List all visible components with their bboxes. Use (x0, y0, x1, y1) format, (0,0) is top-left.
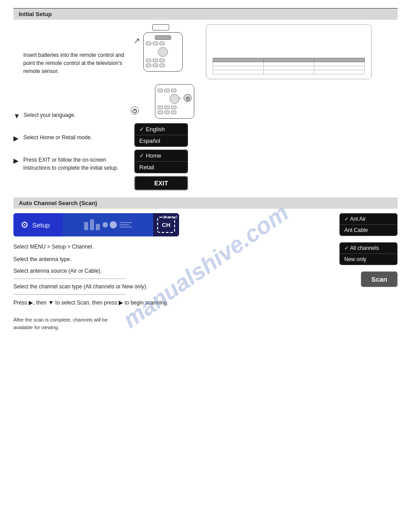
bar1 (84, 222, 88, 230)
section2-banner: Auto Channel Search (Scan) (13, 197, 398, 209)
r2btn1 (158, 89, 163, 92)
r2btn9 (171, 111, 176, 114)
btn3 (159, 42, 165, 45)
step-2: ▼ Select your language. (13, 111, 130, 125)
step-4: ▶ Press EXIT or follow the on-screen ins… (13, 156, 130, 172)
table-header-2 (264, 58, 314, 62)
battery-indicator (152, 24, 169, 30)
s2-divider1 (13, 279, 125, 279)
step2-arrow: ▼ (13, 112, 20, 120)
section2-left: ⚙ Setup (13, 213, 290, 332)
channels-menu[interactable]: All channels New only (339, 242, 398, 265)
step2-text: Select your language. (24, 111, 130, 119)
s2-step2-text: Select the antenna type. (13, 255, 281, 263)
s2-step5: Press ▶, then ▼ to select Scan, then pre… (13, 298, 281, 307)
line2 (120, 224, 129, 225)
ch-text: CH (162, 222, 171, 228)
r2btn5 (164, 106, 170, 109)
power-btn-area: ← (178, 94, 192, 102)
ch-new[interactable]: New only (340, 254, 397, 265)
table-cell (213, 70, 264, 74)
remote2-circle-row: ← (158, 94, 192, 104)
info-box (206, 24, 372, 79)
table-cell (264, 62, 314, 66)
table-cell (314, 66, 365, 70)
table-cell (213, 62, 264, 66)
power-arrow-icon: ← (178, 95, 183, 101)
table-cell (314, 62, 365, 66)
scan-button[interactable]: Scan (361, 271, 398, 287)
step3-text: Select Home or Retail mode. (23, 133, 130, 142)
ch-all[interactable]: All channels (340, 243, 397, 254)
remote2-btn-grid2 (158, 106, 192, 114)
channel-label: Channel (162, 215, 177, 219)
gear-icon: ⚙ (21, 219, 29, 230)
note-line2: available for viewing. (13, 325, 59, 330)
bar2 (90, 219, 94, 230)
dot2 (110, 221, 117, 228)
btn5 (153, 59, 158, 62)
note-area: After the scan is complete, channels wil… (13, 316, 281, 332)
step4-arrow: ▶ (13, 157, 20, 165)
s2-step1-text: Select MENU > Setup > Channel. (13, 243, 281, 251)
setup-middle (63, 213, 153, 236)
step-3: ▶ Select Home or Retail mode. (13, 133, 130, 148)
s2-step4: Select the channel scan type (All channe… (13, 283, 281, 291)
language-english[interactable]: English (135, 124, 188, 135)
remote2: ← (155, 84, 194, 119)
btn9 (159, 64, 165, 67)
step4-text: Press EXIT or follow the on-screen instr… (23, 156, 130, 172)
step1-text: Insert batteries into the remote control… (23, 51, 130, 75)
info-table (213, 58, 365, 74)
ant-air[interactable]: Ant Air (340, 214, 397, 225)
remote1-wrap: ↗ (143, 32, 183, 75)
table-cell (264, 70, 314, 74)
setup-menu-bar[interactable]: ⚙ Setup (13, 213, 179, 236)
setup-bar-area: ⚙ Setup (13, 213, 281, 236)
exit-button[interactable]: EXIT (134, 176, 188, 190)
setup-button[interactable]: ⚙ Setup (13, 213, 63, 236)
r2btn8 (164, 111, 170, 114)
remote1-circle (158, 47, 168, 57)
table-header-3 (314, 58, 365, 62)
btn7 (146, 64, 151, 67)
btn2 (153, 42, 158, 45)
ant-menu[interactable]: Ant Air Ant Cable (339, 213, 398, 236)
r2btn2 (164, 89, 170, 92)
language-espanol[interactable]: Español (135, 135, 188, 146)
step3-arrow: ▶ (13, 134, 20, 142)
section1-center: ↗ (130, 24, 206, 193)
dot1 (103, 222, 108, 227)
line1 (120, 222, 132, 223)
s2-step3: Select antenna source (Air or Cable). (13, 267, 281, 275)
section2-right: Ant Air Ant Cable All channels New only … (290, 213, 398, 332)
power-symbol (131, 107, 139, 115)
btn4 (146, 59, 151, 62)
language-menu[interactable]: English Español (134, 123, 188, 147)
btn1 (146, 42, 151, 45)
mode-home[interactable]: Home (135, 150, 188, 162)
s2-divider2 (13, 294, 125, 295)
remote1-btn-grid1 (146, 42, 180, 45)
remote1 (143, 32, 183, 72)
line3 (120, 227, 132, 227)
setup-dots (103, 221, 117, 228)
setup-label: Setup (32, 221, 50, 229)
step-1: Insert batteries into the remote control… (13, 51, 130, 75)
remote1-highlight-btn (155, 35, 171, 40)
btn8 (153, 64, 158, 67)
s2-step1: Select MENU > Setup > Channel. (13, 243, 281, 251)
s2-step4-text: Select the channel scan type (All channe… (13, 283, 281, 291)
channel-button-area[interactable]: Channel CH (153, 213, 179, 236)
setup-bars (84, 219, 100, 230)
bar3 (96, 224, 100, 230)
r2btn3 (171, 89, 176, 92)
mode-retail[interactable]: Retail (135, 162, 188, 173)
power-btn (184, 94, 192, 102)
section1-right (206, 24, 398, 193)
r2btn7 (158, 111, 163, 114)
remote1-arrow: ↗ (133, 36, 140, 46)
ant-cable[interactable]: Ant Cable (340, 225, 397, 236)
mode-menu[interactable]: Home Retail (134, 150, 188, 173)
r2btn6 (171, 106, 176, 109)
